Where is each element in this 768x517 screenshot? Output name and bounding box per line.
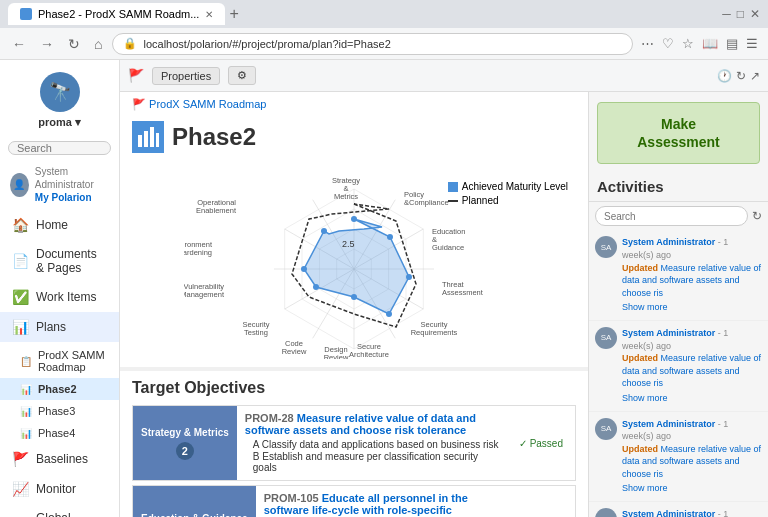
- show-more-0[interactable]: Show more: [622, 301, 762, 314]
- external-link-icon[interactable]: ↗: [750, 69, 760, 83]
- bookmark-icon[interactable]: ♡: [660, 34, 676, 53]
- toolbar-right-icons: 🕐 ↻ ↗: [717, 69, 760, 83]
- user-info-text: System Administrator My Polarion: [35, 165, 109, 204]
- sidebar-search-input[interactable]: [8, 141, 111, 155]
- assessment-btn-text: Make Assessment: [606, 115, 751, 151]
- svg-point-25: [386, 311, 392, 317]
- activities-refresh-btn[interactable]: ↻: [752, 209, 762, 223]
- obj-title-2: PROM-105 Educate all personnel in the so…: [264, 492, 499, 517]
- main-content: 🚩 Properties ⚙ 🕐 ↻ ↗ 🚩 ProdX SAMM Roadma…: [120, 60, 768, 517]
- obj-cat-name-2: Education & Guidance: [141, 513, 248, 518]
- home-icon: 🏠: [12, 217, 28, 233]
- svg-point-27: [313, 284, 319, 290]
- target-title: Target Objectives: [132, 379, 576, 397]
- settings-btn[interactable]: ⚙: [228, 66, 256, 85]
- phase-chart-icon: [132, 121, 164, 153]
- assessment-line2: Assessment: [637, 134, 720, 150]
- legend-achieved-text: Achieved Maturity Level: [462, 181, 568, 192]
- activity-avatar: SA: [595, 327, 617, 349]
- menu-icon[interactable]: ☰: [744, 34, 760, 53]
- sidebar-icon[interactable]: ▤: [724, 34, 740, 53]
- phase4-icon: 📊: [20, 428, 32, 439]
- obj-id-1[interactable]: PROM-28: [245, 412, 294, 424]
- tab-close-btn[interactable]: ✕: [205, 9, 213, 20]
- sidebar-item-plans[interactable]: 📊 Plans: [0, 312, 119, 342]
- sidebar-subitem-phase2[interactable]: 📊 Phase2: [0, 378, 119, 400]
- show-more-2[interactable]: Show more: [622, 482, 762, 495]
- forward-btn[interactable]: →: [36, 34, 58, 54]
- user-role: System Administrator: [35, 165, 109, 191]
- obj-content-2: PROM-105 Educate all personnel in the so…: [256, 486, 507, 517]
- assessment-line1: Make: [661, 116, 696, 132]
- sidebar: 🔭 proma ▾ 👤 System Administrator My Pola…: [0, 60, 120, 517]
- global-shortcuts-label: Global Shortcuts: [36, 511, 107, 517]
- activity-user-2: System Administrator: [622, 419, 715, 429]
- sidebar-subitem-phase3[interactable]: 📊 Phase3: [0, 400, 119, 422]
- documents-label: Documents & Pages: [36, 247, 107, 275]
- new-tab-btn[interactable]: +: [229, 5, 238, 23]
- svg-text:2.5: 2.5: [342, 239, 355, 249]
- back-btn[interactable]: ←: [8, 34, 30, 54]
- svg-point-26: [351, 294, 357, 300]
- star-icon[interactable]: ☆: [680, 34, 696, 53]
- workitems-icon: ✅: [12, 289, 28, 305]
- sidebar-item-documents[interactable]: 📄 Documents & Pages: [0, 240, 119, 282]
- plans-subitems: 📋 ProdX SAMM Roadmap 📊 Phase2 📊 Phase3 📊…: [0, 344, 119, 444]
- legend-planned: Planned: [448, 195, 568, 206]
- close-btn[interactable]: ✕: [750, 7, 760, 21]
- monitor-icon: 📈: [12, 481, 28, 497]
- svg-rect-2: [150, 127, 154, 147]
- sidebar-item-baselines[interactable]: 🚩 Baselines: [0, 444, 119, 474]
- history-icon[interactable]: 🕐: [717, 69, 732, 83]
- sidebar-user-info: 👤 System Administrator My Polarion: [0, 159, 119, 210]
- browser-titlebar: Phase2 - ProdX SAMM Roadm... ✕ + ─ □ ✕: [0, 0, 768, 28]
- make-assessment-btn[interactable]: Make Assessment: [597, 102, 760, 164]
- user-avatar-small: 👤: [10, 173, 29, 197]
- sidebar-item-monitor[interactable]: 📈 Monitor: [0, 474, 119, 504]
- sidebar-item-workitems[interactable]: ✅ Work Items: [0, 282, 119, 312]
- properties-btn[interactable]: Properties: [152, 67, 220, 85]
- sidebar-subitem-prodx[interactable]: 📋 ProdX SAMM Roadmap: [0, 344, 119, 378]
- obj-sub-1b: B Establish and measure per classificati…: [253, 451, 499, 473]
- address-text: localhost/polarion/#/project/proma/plan?…: [143, 38, 390, 50]
- activities-section: Activities ↻ SA System Administrator - 1…: [589, 174, 768, 517]
- breadcrumb: 🚩 ProdX SAMM Roadmap: [120, 92, 588, 117]
- refresh-btn[interactable]: ↻: [64, 34, 84, 54]
- refresh-content-icon[interactable]: ↻: [736, 69, 746, 83]
- sidebar-avatar: 🔭 proma ▾: [0, 60, 119, 137]
- legend-achieved: Achieved Maturity Level: [448, 181, 568, 192]
- svg-text:Review: Review: [324, 353, 349, 359]
- activity-user-0: System Administrator: [622, 237, 715, 247]
- activity-item: SA System Administrator - 1 week(s) ago …: [589, 412, 768, 503]
- address-bar[interactable]: 🔒 localhost/polarion/#/project/proma/pla…: [112, 33, 633, 55]
- browser-toolbar: ← → ↻ ⌂ 🔒 localhost/polarion/#/project/p…: [0, 28, 768, 60]
- show-more-1[interactable]: Show more: [622, 392, 762, 405]
- content-area: 🚩 ProdX SAMM Roadmap Phase2: [120, 92, 768, 517]
- activity-list: SA System Administrator - 1 week(s) ago …: [589, 230, 768, 517]
- obj-id-2[interactable]: PROM-105: [264, 492, 319, 504]
- user-name-link[interactable]: My Polarion: [35, 191, 109, 204]
- phase4-label: Phase4: [38, 427, 75, 439]
- obj-level-1: 2: [176, 442, 194, 460]
- phase2-icon: 📊: [20, 384, 32, 395]
- avatar-icon: 🔭: [40, 72, 80, 112]
- home-btn[interactable]: ⌂: [90, 34, 106, 54]
- obj-content-1: PROM-28 Measure relative value of data a…: [237, 406, 507, 480]
- plans-label: Plans: [36, 320, 66, 334]
- obj-sub-1a: A Classify data and applications based o…: [253, 439, 499, 450]
- chart-legend: Achieved Maturity Level Planned: [448, 181, 568, 209]
- obj-category-1: Strategy & Metrics 2: [133, 406, 237, 480]
- sidebar-item-global-shortcuts[interactable]: ⭐ Global Shortcuts: [0, 504, 119, 517]
- sidebar-subitem-phase4[interactable]: 📊 Phase4: [0, 422, 119, 444]
- right-panel: Make Assessment Activities ↻ SA System A…: [588, 92, 768, 517]
- reader-icon[interactable]: 📖: [700, 34, 720, 53]
- minimize-btn[interactable]: ─: [722, 7, 731, 21]
- activity-content-3: System Administrator - 1 week(s) ago Upd…: [622, 508, 762, 517]
- active-tab[interactable]: Phase2 - ProdX SAMM Roadm... ✕: [8, 3, 225, 25]
- activities-search-input[interactable]: [595, 206, 748, 226]
- breadcrumb-text[interactable]: ProdX SAMM Roadmap: [149, 98, 266, 110]
- content-toolbar: 🚩 Properties ⚙ 🕐 ↻ ↗: [120, 60, 768, 92]
- sidebar-item-home[interactable]: 🏠 Home: [0, 210, 119, 240]
- extensions-icon[interactable]: ⋯: [639, 34, 656, 53]
- maximize-btn[interactable]: □: [737, 7, 744, 21]
